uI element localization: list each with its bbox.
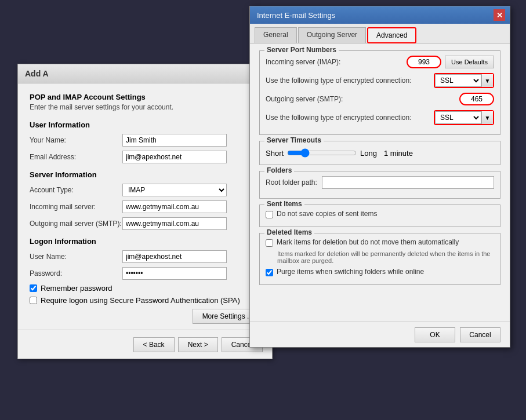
outgoing-encryption-label: Use the following type of encrypted conn…	[266, 114, 434, 122]
server-timeouts-legend: Server Timeouts	[264, 136, 324, 144]
incoming-server-row: Incoming mail server:	[30, 200, 260, 213]
your-name-row: Your Name:	[30, 134, 260, 147]
main-dialog-title: Add A	[18, 64, 272, 83]
tab-outgoing-server[interactable]: Outgoing Server	[298, 27, 366, 43]
short-label: Short	[266, 149, 284, 158]
folders-legend: Folders	[264, 166, 294, 174]
section-subtitle: Enter the mail server settings for your …	[30, 103, 260, 111]
root-folder-input[interactable]	[322, 176, 494, 189]
purge-items-label: Purge items when switching folders while…	[277, 268, 424, 276]
your-name-input[interactable]	[122, 134, 227, 147]
account-type-row: Account Type: IMAP POP3	[30, 184, 260, 196]
user-info-header: User Information	[30, 120, 260, 129]
no-copies-row: Do not save copies of sent items	[266, 210, 494, 218]
outgoing-encryption-row: Use the following type of encrypted conn…	[266, 110, 494, 125]
add-account-dialog: Add A POP and IMAP Account Settings Ente…	[17, 64, 273, 359]
server-info-header: Server Information	[30, 170, 260, 179]
incoming-encryption-row: Use the following type of encrypted conn…	[266, 73, 494, 88]
incoming-server-input[interactable]	[122, 200, 227, 213]
outgoing-smtp-label: Outgoing server (SMTP):	[266, 95, 459, 103]
mark-deletion-checkbox[interactable]	[266, 239, 273, 247]
dialog-cancel-button[interactable]: Cancel	[460, 327, 500, 342]
server-port-legend: Server Port Numbers	[264, 46, 339, 54]
outgoing-ssl-dropdown-btn[interactable]: ▼	[481, 111, 493, 124]
account-type-label: Account Type:	[30, 186, 122, 194]
main-dialog-body: POP and IMAP Account Settings Enter the …	[18, 83, 272, 317]
outgoing-smtp-row: Outgoing server (SMTP):	[266, 93, 494, 105]
incoming-ssl-select[interactable]: SSL TLS None	[435, 74, 481, 87]
main-dialog-footer: < Back Next > Cancel	[18, 330, 272, 359]
mark-deletion-label: Mark items for deletion but do not move …	[277, 238, 459, 246]
timeout-row: Short Long 1 minute	[266, 146, 494, 160]
require-spa-label: Require logon using Secure Password Auth…	[41, 296, 240, 305]
tabs-bar: General Outgoing Server Advanced	[250, 24, 510, 43]
purge-items-checkbox[interactable]	[266, 269, 273, 276]
email-address-label: Email Address:	[30, 153, 122, 161]
next-button[interactable]: Next >	[178, 337, 218, 352]
your-name-label: Your Name:	[30, 136, 122, 144]
require-spa-checkbox[interactable]	[30, 297, 37, 304]
username-input[interactable]	[122, 250, 227, 263]
require-spa-row: Require logon using Secure Password Auth…	[30, 296, 260, 305]
outgoing-smtp-input[interactable]	[459, 93, 494, 105]
password-input[interactable]	[122, 267, 227, 280]
sent-items-section: Sent Items Do not save copies of sent it…	[259, 204, 500, 227]
username-row: User Name:	[30, 250, 260, 263]
timeout-slider[interactable]	[287, 148, 357, 158]
mark-deletion-row: Mark items for deletion but do not move …	[266, 238, 494, 247]
incoming-imap-row: Incoming server (IMAP): Use Defaults	[266, 56, 494, 68]
incoming-ssl-dropdown-btn[interactable]: ▼	[481, 74, 493, 87]
server-port-section: Server Port Numbers Incoming server (IMA…	[259, 50, 500, 135]
tab-advanced[interactable]: Advanced	[367, 27, 416, 43]
use-defaults-button[interactable]: Use Defaults	[445, 56, 494, 68]
email-dialog-title: Internet E-mail Settings	[257, 11, 335, 20]
sent-items-legend: Sent Items	[264, 200, 304, 208]
folders-section: Folders Root folder path:	[259, 171, 500, 199]
email-dialog-titlebar: Internet E-mail Settings ✕	[250, 6, 510, 24]
incoming-imap-input[interactable]	[407, 56, 441, 68]
root-folder-row: Root folder path:	[266, 176, 494, 189]
outgoing-server-input[interactable]	[122, 217, 227, 230]
account-type-select[interactable]: IMAP POP3	[122, 184, 227, 196]
email-settings-dialog: Internet E-mail Settings ✕ General Outgo…	[249, 6, 510, 348]
tab-general[interactable]: General	[255, 27, 297, 43]
password-label: Password:	[30, 269, 122, 277]
email-dialog-footer: OK Cancel	[250, 322, 510, 347]
logon-info-header: Logon Information	[30, 237, 260, 246]
mark-deletion-subtext: Items marked for deletion will be perman…	[277, 250, 494, 264]
outgoing-ssl-wrapper: SSL TLS None ▼	[434, 110, 494, 125]
server-timeouts-section: Server Timeouts Short Long 1 minute	[259, 141, 500, 165]
incoming-imap-label: Incoming server (IMAP):	[266, 58, 407, 66]
email-dialog-body: Server Port Numbers Incoming server (IMA…	[250, 43, 510, 298]
no-copies-label: Do not save copies of sent items	[277, 210, 377, 218]
incoming-server-label: Incoming mail server:	[30, 203, 122, 211]
section-title: POP and IMAP Account Settings	[30, 93, 260, 101]
incoming-encryption-label: Use the following type of encrypted conn…	[266, 76, 434, 85]
purge-items-row: Purge items when switching folders while…	[266, 268, 494, 276]
email-address-row: Email Address:	[30, 151, 260, 163]
incoming-ssl-wrapper: SSL TLS None ▼	[434, 73, 494, 88]
back-button[interactable]: < Back	[133, 337, 175, 352]
remember-password-checkbox[interactable]	[30, 284, 37, 292]
close-button[interactable]: ✕	[494, 9, 505, 21]
deleted-items-section: Deleted Items Mark items for deletion bu…	[259, 233, 500, 285]
remember-password-label: Remember password	[41, 284, 113, 293]
root-folder-label: Root folder path:	[266, 178, 317, 187]
outgoing-server-label: Outgoing mail server (SMTP):	[30, 220, 122, 228]
no-copies-checkbox[interactable]	[266, 211, 273, 218]
password-row: Password:	[30, 267, 260, 280]
deleted-items-legend: Deleted Items	[264, 228, 314, 236]
outgoing-server-row: Outgoing mail server (SMTP):	[30, 217, 260, 230]
remember-password-row: Remember password	[30, 284, 260, 293]
ok-button[interactable]: OK	[415, 327, 455, 342]
outgoing-ssl-select[interactable]: SSL TLS None	[435, 111, 481, 124]
long-label: Long	[360, 149, 377, 158]
timeout-value: 1 minute	[384, 149, 413, 158]
email-address-input[interactable]	[122, 151, 227, 163]
username-label: User Name:	[30, 253, 122, 261]
